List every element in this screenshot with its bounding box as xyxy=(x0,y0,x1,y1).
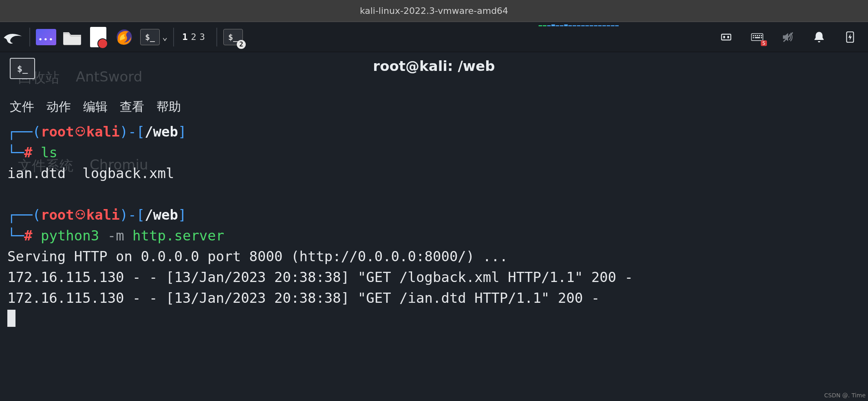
access-log-line: 172.16.115.130 - - [13/Jan/2023 20:38:38… xyxy=(7,269,633,285)
svg-rect-9 xyxy=(761,35,762,36)
svg-point-16 xyxy=(77,130,79,132)
svg-rect-10 xyxy=(753,37,754,38)
skull-icon xyxy=(74,126,86,138)
svg-point-17 xyxy=(81,130,83,132)
workspace-switcher[interactable]: 123 xyxy=(180,32,211,42)
svg-rect-3 xyxy=(727,36,729,38)
svg-rect-5 xyxy=(753,35,754,36)
svg-rect-20 xyxy=(81,134,82,137)
terminal-launcher[interactable]: $_ ⌄ xyxy=(140,29,167,45)
menu-view[interactable]: 查看 xyxy=(120,99,144,115)
keyboard-badge: S xyxy=(761,40,767,46)
taskbar: ••• $_ ⌄ 123 $_ 2 ▁▁▁▂▁▁▂▁▁▁▁▁▁▁▁▁▁▁▁ xyxy=(0,22,868,52)
svg-point-21 xyxy=(76,210,84,219)
vm-titlebar: kali-linux-2022.3-vmware-amd64 xyxy=(0,0,868,22)
volume-muted-icon[interactable] xyxy=(780,29,796,45)
svg-rect-26 xyxy=(81,218,82,220)
taskbar-separator xyxy=(29,28,30,46)
svg-rect-11 xyxy=(755,37,760,38)
svg-rect-19 xyxy=(80,134,81,137)
taskbar-separator xyxy=(216,28,217,46)
ls-output: ian.dtd logback.xml xyxy=(7,165,174,181)
window-title: root@kali: /web xyxy=(0,58,868,74)
skull-icon xyxy=(74,209,86,221)
power-icon[interactable] xyxy=(842,29,858,45)
show-apps-button[interactable]: ••• xyxy=(36,28,56,46)
svg-rect-18 xyxy=(79,134,79,137)
terminal-output[interactable]: ┌──(rootkali)-[/web] └─# ls ian.dtd logb… xyxy=(7,121,861,401)
text-editor-button[interactable] xyxy=(88,28,108,46)
watermark: CSDN @. Time xyxy=(824,392,866,399)
terminal-cursor xyxy=(7,310,15,327)
files-button[interactable] xyxy=(62,28,82,46)
menu-file[interactable]: 文件 xyxy=(10,99,34,115)
terminal-icon[interactable]: $_ xyxy=(140,29,160,45)
svg-rect-6 xyxy=(755,35,756,36)
chevron-down-icon[interactable]: ⌄ xyxy=(162,32,167,42)
svg-rect-7 xyxy=(757,35,758,36)
svg-point-22 xyxy=(77,213,79,215)
menu-edit[interactable]: 编辑 xyxy=(83,99,108,115)
svg-point-15 xyxy=(76,127,84,136)
keyboard-layout-icon[interactable]: S xyxy=(749,29,765,45)
kali-logo-icon[interactable] xyxy=(2,26,24,48)
window-count-badge: 2 xyxy=(237,40,246,49)
svg-rect-25 xyxy=(80,218,81,220)
vm-title: kali-linux-2022.3-vmware-amd64 xyxy=(360,6,508,16)
firefox-button[interactable] xyxy=(114,28,134,46)
server-start-line: Serving HTTP on 0.0.0.0 port 8000 (http:… xyxy=(7,248,508,264)
access-log-line: 172.16.115.130 - - [13/Jan/2023 20:38:38… xyxy=(7,290,599,306)
svg-rect-1 xyxy=(722,34,731,40)
window-area: 回收站AntSword 文件系统Chromiu $_ root@kali: /w… xyxy=(0,52,868,401)
notifications-icon[interactable] xyxy=(811,29,827,45)
svg-rect-12 xyxy=(761,37,762,38)
workspace-1[interactable]: 1 xyxy=(182,32,191,42)
menu-help[interactable]: 帮助 xyxy=(156,99,181,115)
workspace-3[interactable]: 3 xyxy=(200,32,208,42)
svg-point-23 xyxy=(81,213,83,215)
resource-graph: ▁▁▁▂▁▁▂▁▁▁▁▁▁▁▁▁▁▁▁ xyxy=(539,20,619,26)
menu-action[interactable]: 动作 xyxy=(46,99,71,115)
svg-rect-24 xyxy=(79,218,79,220)
workspace-2[interactable]: 2 xyxy=(191,32,200,42)
terminal-menubar: 文件 动作 编辑 查看 帮助 xyxy=(10,99,181,115)
taskbar-separator xyxy=(173,28,174,46)
svg-rect-8 xyxy=(759,35,760,36)
svg-rect-2 xyxy=(723,36,725,38)
network-icon[interactable] xyxy=(718,29,734,45)
terminal-task-button[interactable]: $_ 2 xyxy=(223,28,243,46)
